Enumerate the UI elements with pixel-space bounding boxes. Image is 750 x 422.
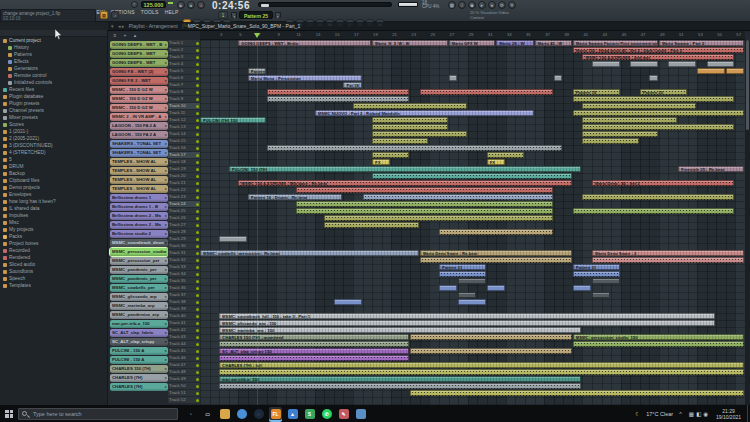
picker-item[interactable]: TEMPLES - SHOW AL [110,158,168,166]
browser-item-2-2005-2021-[interactable]: 2 (2005-2021) [0,135,107,142]
picker-item[interactable]: Bellissima drums 1 [110,194,168,202]
tray-expand-caret[interactable]: ^ [679,411,682,417]
picker-item[interactable]: SHAKERS - TONAL SET [110,149,168,157]
playlist-clip[interactable] [573,96,735,102]
playlist-clip[interactable] [334,299,362,305]
playlist-clip[interactable] [582,124,734,130]
picker-item[interactable]: MSMC_percussion_per [110,257,168,265]
picker-item[interactable]: Bellissima drums 2 - Ma [110,221,168,229]
track-header[interactable]: Track 15 [168,138,200,145]
browser-item-3-discontinued-[interactable]: 3 (DISCONTINUED) [0,142,107,149]
playlist-clip[interactable]: MSMC 150 4-4 DRUMS - Mtb base - Re-beat [238,180,572,186]
playlist-menu-icon[interactable]: ▾ [111,23,114,29]
track-mute-dot[interactable] [196,252,199,255]
taskbar-icon-chrome[interactable] [235,407,248,420]
browser-item-plugin-presets[interactable]: Plugin presets [0,100,107,107]
timeline-ruler[interactable]: 3579111315171921232527293133353739414345… [200,31,745,40]
track-mute-dot[interactable] [196,119,199,122]
playlist-clip[interactable]: Mario Deep Snare - Re-beat [420,250,572,256]
track-header[interactable]: Track 23 [168,194,200,201]
track-header[interactable]: Track 13 [168,124,200,131]
playlist-clip[interactable] [439,229,553,235]
playlist-clip[interactable] [372,117,447,123]
browser-item-il-shared-data[interactable]: IL shared data [0,205,107,212]
track-mute-dot[interactable] [196,161,199,164]
playlist-clip[interactable] [582,131,657,137]
playlist-clip[interactable]: FX [372,159,390,165]
playlist-clip[interactable] [582,138,638,144]
picker-tool-add[interactable]: + [120,31,130,40]
track-mute-dot[interactable] [196,350,199,353]
track-mute-dot[interactable] [196,287,199,290]
track-header[interactable]: Track 52 [168,397,200,404]
taskbar-icon-sharex[interactable]: S [303,407,316,420]
playlist-clip[interactable] [439,285,457,291]
track-header[interactable]: Track 46 [168,355,200,362]
playlist-clip[interactable]: MSMC_soundtrack_full - 150 - take 3 - Pa… [219,313,715,319]
browser-item-backup[interactable]: Backup [0,170,107,177]
track-mute-dot[interactable] [196,147,199,150]
browser-item-history[interactable]: History [0,44,107,51]
stop-button[interactable]: ■ [187,1,195,9]
picker-item[interactable]: PULCINI - 150 A [110,356,168,364]
weather-text[interactable]: 17°C Clear [646,411,673,417]
playlist-titlebar[interactable]: ▾ ◂ ▸ Playlist - Arrangement | MPC_Super… [108,22,750,31]
picker-item[interactable]: CHARLES (7H) [110,374,168,382]
track-mute-dot[interactable] [196,49,199,52]
playlist-clip[interactable]: PULCINI_150 (7H) [229,166,582,172]
track-mute-dot[interactable] [196,217,199,220]
playlist-clip[interactable]: MSMC_glissando_arp - 150 [219,320,715,326]
track-mute-dot[interactable] [196,56,199,59]
track-header[interactable]: Track 40 [168,313,200,320]
picker-item[interactable]: CHARLES 150 (7H) [110,365,168,373]
pattern-selector[interactable]: Pattern 25 [239,11,273,19]
track-header[interactable]: Track 50 [168,383,200,390]
track-mute-dot[interactable] [196,189,199,192]
picker-item[interactable]: LAGOON - 150 FA 2 A [110,131,168,139]
playlist-clip[interactable]: MSMC_marimba_arp - 150 [219,327,581,333]
browser-item-channel-presets[interactable]: Channel presets [0,107,107,114]
typing-keyboard-icon[interactable]: ▦ [448,1,456,9]
track-header[interactable]: Track 21 [168,180,200,187]
track-header[interactable]: Track 20 [168,173,200,180]
track-header[interactable]: Track 25 [168,208,200,215]
track-mute-dot[interactable] [196,308,199,311]
playlist-clip[interactable] [296,187,553,193]
browser-item-envelopes[interactable]: Envelopes [0,191,107,198]
playlist-clip[interactable]: Mario 45 - W [535,40,572,46]
playlist-clip[interactable]: Pattern 16 - Drums - Re-beat [248,194,343,200]
taskbar-icon-whatsapp[interactable]: ✆ [320,407,333,420]
playlist-clip[interactable] [449,75,458,81]
browser-item-drum[interactable]: DRUM [0,163,107,170]
picker-item[interactable]: MSMC_percussion_studio [110,248,168,256]
browser-item-impulses[interactable]: Impulses [0,212,107,219]
playlist-clip[interactable]: CHARLES 150 (7H) - quantized [219,334,409,340]
track-mute-dot[interactable] [196,98,199,101]
picker-item[interactable]: MSMC_pandemic_per [110,266,168,274]
playlist-clip[interactable] [420,257,572,263]
track-mute-dot[interactable] [196,154,199,157]
track-header[interactable]: Track 31 [168,250,200,257]
track-header[interactable]: Track 38 [168,299,200,306]
playlist-clip[interactable]: Freestyle 25 - Re-beat [678,166,744,172]
playlist-clip[interactable] [372,131,467,137]
playlist-clip[interactable] [573,271,620,277]
playlist-clip[interactable]: Pat 18 [343,82,361,88]
picker-item[interactable]: PULCINI - 150 A [110,347,168,355]
menu-item-tools[interactable]: TOOLS [138,8,162,17]
browser-item-scores[interactable]: Scores [0,121,107,128]
playlist-clip[interactable]: PULCINI (7H) 150 [200,117,266,123]
browser-item-recorded[interactable]: Recorded [0,247,107,254]
pattern-next-button[interactable]: ▸ [275,12,281,18]
track-mute-dot[interactable] [196,168,199,171]
picker-item[interactable]: MSMC_marimba_arp [110,302,168,310]
track-mute-dot[interactable] [196,301,199,304]
track-header[interactable]: Track 19 [168,166,200,173]
taskbar-search-input[interactable]: Type here to search [18,408,178,420]
taskbar-icon-paint[interactable]: ✎ [337,407,350,420]
picker-item[interactable]: SHAKERS - TONAL SET [110,140,168,148]
browser-item-effects[interactable]: Effects [0,58,107,65]
browser-item-how-long-has-it-been-[interactable]: how long has it been? [0,198,107,205]
playlist-nav-icons[interactable]: ◂ ▸ [118,23,124,29]
picker-tool-expand[interactable]: ▴ [130,31,140,40]
